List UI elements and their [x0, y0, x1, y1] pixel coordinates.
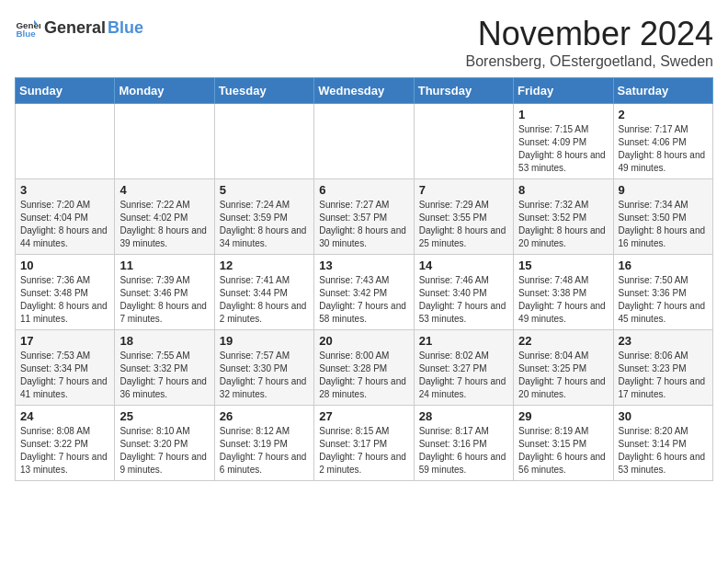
day-number: 6 — [319, 183, 408, 197]
day-info: Sunrise: 7:55 AMSunset: 3:32 PMDaylight:… — [119, 350, 209, 401]
day-number: 19 — [220, 334, 309, 348]
day-info: Sunrise: 7:39 AMSunset: 3:46 PMDaylight:… — [119, 274, 209, 326]
calendar-cell — [414, 104, 513, 179]
calendar-cell — [115, 104, 214, 179]
day-info: Sunrise: 7:24 AMSunset: 3:59 PMDaylight:… — [220, 199, 309, 250]
calendar-cell — [214, 104, 313, 179]
day-number: 26 — [220, 409, 309, 423]
calendar-cell: 7Sunrise: 7:29 AMSunset: 3:55 PMDaylight… — [414, 179, 513, 255]
day-number: 2 — [619, 108, 708, 121]
calendar-cell: 16Sunrise: 7:50 AMSunset: 3:36 PMDayligh… — [613, 255, 712, 330]
day-number: 9 — [619, 183, 708, 197]
week-row-1: 1Sunrise: 7:15 AMSunset: 4:09 PMDaylight… — [16, 104, 713, 179]
calendar-header: SundayMondayTuesdayWednesdayThursdayFrid… — [16, 78, 713, 104]
day-number: 17 — [20, 334, 109, 348]
day-number: 20 — [319, 334, 408, 348]
header: General Blue General Blue November 2024 … — [15, 15, 713, 70]
day-number: 23 — [619, 334, 708, 348]
weekday-thursday: Thursday — [414, 78, 513, 104]
weekday-sunday: Sunday — [16, 78, 115, 104]
title-area: November 2024 Borensberg, OEstergoetland… — [466, 15, 714, 70]
calendar-cell: 1Sunrise: 7:15 AMSunset: 4:09 PMDaylight… — [514, 104, 613, 179]
day-number: 22 — [518, 334, 608, 348]
calendar-cell: 13Sunrise: 7:43 AMSunset: 3:42 PMDayligh… — [314, 255, 414, 330]
day-number: 27 — [319, 409, 408, 423]
day-info: Sunrise: 7:48 AMSunset: 3:38 PMDaylight:… — [518, 274, 608, 326]
day-info: Sunrise: 8:17 AMSunset: 3:16 PMDaylight:… — [419, 425, 508, 477]
calendar-body: 1Sunrise: 7:15 AMSunset: 4:09 PMDaylight… — [16, 104, 713, 481]
calendar-cell: 28Sunrise: 8:17 AMSunset: 3:16 PMDayligh… — [414, 406, 513, 481]
day-info: Sunrise: 7:32 AMSunset: 3:52 PMDaylight:… — [518, 199, 608, 250]
day-info: Sunrise: 7:22 AMSunset: 4:02 PMDaylight:… — [119, 199, 209, 250]
day-info: Sunrise: 8:02 AMSunset: 3:27 PMDaylight:… — [419, 350, 508, 401]
day-number: 1 — [518, 108, 608, 121]
weekday-wednesday: Wednesday — [314, 78, 414, 104]
day-number: 7 — [419, 183, 508, 197]
calendar-cell: 14Sunrise: 7:46 AMSunset: 3:40 PMDayligh… — [414, 255, 513, 330]
day-number: 30 — [619, 409, 708, 423]
logo: General Blue General Blue — [15, 15, 143, 40]
day-number: 28 — [419, 409, 508, 423]
day-number: 12 — [220, 259, 309, 272]
day-number: 29 — [518, 409, 608, 423]
calendar-cell: 27Sunrise: 8:15 AMSunset: 3:17 PMDayligh… — [314, 406, 414, 481]
calendar-cell: 11Sunrise: 7:39 AMSunset: 3:46 PMDayligh… — [115, 255, 214, 330]
weekday-friday: Friday — [514, 78, 613, 104]
day-info: Sunrise: 8:19 AMSunset: 3:15 PMDaylight:… — [518, 425, 608, 477]
main-title: November 2024 — [466, 15, 714, 53]
day-number: 15 — [518, 259, 608, 272]
day-number: 24 — [20, 409, 109, 423]
week-row-5: 24Sunrise: 8:08 AMSunset: 3:22 PMDayligh… — [16, 406, 713, 481]
day-info: Sunrise: 7:20 AMSunset: 4:04 PMDaylight:… — [20, 199, 109, 250]
day-info: Sunrise: 8:00 AMSunset: 3:28 PMDaylight:… — [319, 350, 408, 401]
day-info: Sunrise: 7:36 AMSunset: 3:48 PMDaylight:… — [20, 274, 109, 326]
calendar-cell: 5Sunrise: 7:24 AMSunset: 3:59 PMDaylight… — [214, 179, 313, 255]
calendar-cell: 25Sunrise: 8:10 AMSunset: 3:20 PMDayligh… — [115, 406, 214, 481]
weekday-tuesday: Tuesday — [214, 78, 313, 104]
day-info: Sunrise: 7:27 AMSunset: 3:57 PMDaylight:… — [319, 199, 408, 250]
calendar-cell: 12Sunrise: 7:41 AMSunset: 3:44 PMDayligh… — [214, 255, 313, 330]
week-row-4: 17Sunrise: 7:53 AMSunset: 3:34 PMDayligh… — [16, 330, 713, 406]
logo-icon: General Blue — [15, 15, 40, 40]
calendar-cell: 9Sunrise: 7:34 AMSunset: 3:50 PMDaylight… — [613, 179, 712, 255]
day-info: Sunrise: 8:12 AMSunset: 3:19 PMDaylight:… — [220, 425, 309, 477]
calendar-cell: 10Sunrise: 7:36 AMSunset: 3:48 PMDayligh… — [16, 255, 115, 330]
day-number: 5 — [220, 183, 309, 197]
calendar-cell: 17Sunrise: 7:53 AMSunset: 3:34 PMDayligh… — [16, 330, 115, 406]
day-number: 11 — [119, 259, 209, 272]
day-info: Sunrise: 7:43 AMSunset: 3:42 PMDaylight:… — [319, 274, 408, 326]
calendar-cell: 29Sunrise: 8:19 AMSunset: 3:15 PMDayligh… — [514, 406, 613, 481]
calendar-cell — [314, 104, 414, 179]
week-row-3: 10Sunrise: 7:36 AMSunset: 3:48 PMDayligh… — [16, 255, 713, 330]
day-info: Sunrise: 8:15 AMSunset: 3:17 PMDaylight:… — [319, 425, 408, 477]
day-info: Sunrise: 7:34 AMSunset: 3:50 PMDaylight:… — [619, 199, 708, 250]
day-info: Sunrise: 7:46 AMSunset: 3:40 PMDaylight:… — [419, 274, 508, 326]
week-row-2: 3Sunrise: 7:20 AMSunset: 4:04 PMDaylight… — [16, 179, 713, 255]
day-number: 25 — [119, 409, 209, 423]
day-number: 13 — [319, 259, 408, 272]
calendar-cell: 19Sunrise: 7:57 AMSunset: 3:30 PMDayligh… — [214, 330, 313, 406]
day-number: 10 — [20, 259, 109, 272]
calendar-cell: 22Sunrise: 8:04 AMSunset: 3:25 PMDayligh… — [514, 330, 613, 406]
day-info: Sunrise: 7:41 AMSunset: 3:44 PMDaylight:… — [220, 274, 309, 326]
calendar-cell: 21Sunrise: 8:02 AMSunset: 3:27 PMDayligh… — [414, 330, 513, 406]
calendar-cell: 18Sunrise: 7:55 AMSunset: 3:32 PMDayligh… — [115, 330, 214, 406]
calendar-cell: 26Sunrise: 8:12 AMSunset: 3:19 PMDayligh… — [214, 406, 313, 481]
weekday-monday: Monday — [115, 78, 214, 104]
day-info: Sunrise: 8:10 AMSunset: 3:20 PMDaylight:… — [119, 425, 209, 477]
day-info: Sunrise: 8:20 AMSunset: 3:14 PMDaylight:… — [619, 425, 708, 477]
day-number: 3 — [20, 183, 109, 197]
day-info: Sunrise: 7:17 AMSunset: 4:06 PMDaylight:… — [619, 123, 708, 175]
day-number: 21 — [419, 334, 508, 348]
day-number: 8 — [518, 183, 608, 197]
day-number: 14 — [419, 259, 508, 272]
calendar-cell: 4Sunrise: 7:22 AMSunset: 4:02 PMDaylight… — [115, 179, 214, 255]
calendar-cell: 30Sunrise: 8:20 AMSunset: 3:14 PMDayligh… — [613, 406, 712, 481]
calendar-cell: 24Sunrise: 8:08 AMSunset: 3:22 PMDayligh… — [16, 406, 115, 481]
calendar-cell: 8Sunrise: 7:32 AMSunset: 3:52 PMDaylight… — [514, 179, 613, 255]
svg-text:Blue: Blue — [16, 29, 36, 39]
calendar-cell: 20Sunrise: 8:00 AMSunset: 3:28 PMDayligh… — [314, 330, 414, 406]
logo-text-general: General — [44, 18, 106, 38]
day-info: Sunrise: 7:29 AMSunset: 3:55 PMDaylight:… — [419, 199, 508, 250]
weekday-saturday: Saturday — [613, 78, 712, 104]
